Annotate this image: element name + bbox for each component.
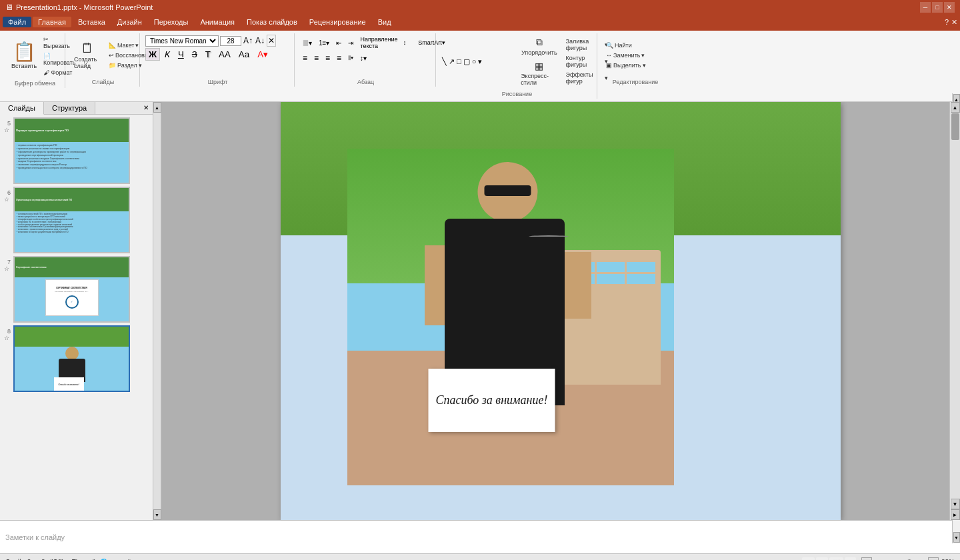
menu-home[interactable]: Главная [33,17,71,27]
decrease-indent-button[interactable]: ⇤ [333,38,344,48]
align-center-button[interactable]: ≡ [311,52,321,64]
increase-indent-button[interactable]: ⇥ [345,38,356,48]
reading-view-button[interactable]: 📖 [829,557,843,560]
numbering-button[interactable]: 1≡▾ [316,38,332,48]
menu-animation[interactable]: Анимация [195,17,240,27]
quick-styles-button[interactable]: ▦ Экспресс-стили [517,59,561,88]
bold-button[interactable]: Ж [145,48,160,61]
quick-styles-icon: ▦ [535,61,543,71]
panel-scroll-down[interactable]: ▼ [153,509,161,520]
slide-photo: Спасибо за внимание! [347,149,674,485]
menu-review[interactable]: Рецензирование [304,17,371,27]
title-bar: 🖥 Presentation1.pptx - Microsoft PowerPo… [0,0,960,15]
slide-thumb-7[interactable]: 7 ☆ Сертификат соответствия СЕРТИФИКАТ С… [3,256,150,323]
case-button[interactable]: Аа [235,48,253,61]
normal-view-button[interactable]: ▣ [802,557,815,560]
zoom-out-button[interactable]: − [861,557,872,560]
clear-format-button[interactable]: ✕ [267,35,276,47]
oval-shape[interactable]: ○ [471,57,477,67]
justify-button[interactable]: ≡ [334,52,344,64]
main-scroll-down[interactable]: ▼ [951,499,960,509]
notes-area[interactable]: Заметки к слайду [0,520,960,553]
paragraph-label: Абзац [296,79,435,85]
photo-sunglasses [485,185,531,196]
panel-scroll-up[interactable]: ▲ [153,102,161,113]
scroll-down-button[interactable]: ▼ [953,532,960,543]
title-bar-controls[interactable]: ─ □ ✕ [920,2,955,13]
strikethrough-button[interactable]: З [189,48,201,61]
photo-person-head [478,162,538,222]
tab-structure[interactable]: Структура [44,102,95,114]
zoom-in-button[interactable]: + [928,557,939,560]
menu-file[interactable]: Файл [3,17,31,27]
minimize-button[interactable]: ─ [920,2,931,13]
underline-button[interactable]: Ч [175,48,187,61]
left-panel: Слайды Структура ✕ 5 ☆ Порядок проведени… [0,102,153,520]
replace-button[interactable]: ↔ Заменить ▾ [603,51,649,60]
menu-transitions[interactable]: Переходы [149,17,194,27]
italic-button[interactable]: К [161,48,173,61]
font-size-input[interactable] [220,36,241,46]
bullets-button[interactable]: ☰▾ [300,38,315,48]
new-slide-button[interactable]: 🗒 Создать слайд [71,39,104,71]
shadow-button[interactable]: Т [202,48,214,61]
drawing-content: ╲ ↗ □ ▢ ○ ▾ ⧉ Упорядочить ▦ [441,35,593,97]
spacing-button[interactable]: АА [215,48,234,61]
find-button[interactable]: 🔍 Найти [603,41,649,50]
main-scroll-track[interactable] [950,113,960,499]
slide-star-6: ☆ [4,196,9,203]
editing-content: 🔍 Найти ↔ Заменить ▾ ▣ Выделить ▾ [603,35,668,85]
paste-button[interactable]: 📋 Вставить [9,41,39,71]
ribbon-group-editing: 🔍 Найти ↔ Заменить ▾ ▣ Выделить ▾ Редакт… [599,33,672,87]
slide-thumb-8[interactable]: 8 ☆ Спасибо за внимание! [3,325,150,392]
slides-label: Слайды [67,79,139,85]
arrange-icon: ⧉ [536,37,543,48]
title-bar-extra: ? ✕ [945,18,957,27]
zoom-control: − + 88% [861,557,955,560]
rect-shape[interactable]: □ [456,57,462,67]
menu-design[interactable]: Дизайн [112,17,147,27]
main-scroll-up[interactable]: ▲ [951,102,960,113]
slide-canvas[interactable]: Спасибо за внимание! [281,102,841,520]
close-button[interactable]: ✕ [944,2,955,13]
grow-font-button[interactable]: A↑ [243,35,253,46]
notes-placeholder: Заметки к слайду [5,533,65,541]
panel-close-button[interactable]: ✕ [139,102,153,114]
text-dir-button[interactable]: Направление текста [357,35,400,51]
menu-insert[interactable]: Вставка [73,17,111,27]
maximize-button[interactable]: □ [932,2,943,13]
slide-thumb-5[interactable]: 5 ☆ Порядок проведения сертификации ПО •… [3,117,150,184]
col-button[interactable]: ⫴▾ [345,53,356,63]
slides-content: 🗒 Создать слайд 📐 Макет ▾ ↩ Восстановить… [71,35,135,85]
new-slide-icon: 🗒 [81,41,94,55]
slide-content-7: Сертификат соответствия СЕРТИФИКАТ СООТВ… [15,257,129,321]
rounded-rect-shape[interactable]: ▢ [463,57,471,67]
panel-scroll-track[interactable] [153,113,161,509]
slide-sorter-button[interactable]: ⊞ [816,557,828,560]
menu-view[interactable]: Вид [373,17,397,27]
slide-image-8: Спасибо за внимание! [13,325,130,392]
title-bar-left: 🖥 Presentation1.pptx - Microsoft PowerPo… [5,3,153,12]
align-right-button[interactable]: ≡ [323,52,333,64]
align-left-button[interactable]: ≡ [300,52,310,64]
arrange-button[interactable]: ⧉ Упорядочить [517,35,561,58]
ribbon-group-drawing: ╲ ↗ □ ▢ ○ ▾ ⧉ Упорядочить ▦ [437,33,597,99]
line-shape[interactable]: ╲ [441,57,447,67]
slideshow-button[interactable]: ▶ [845,557,856,560]
font-color-button[interactable]: А▾ [254,48,271,61]
slide-thumb-6[interactable]: 6 ☆ Организация сертификационных испытан… [3,187,150,253]
line-spacing-button[interactable]: ↕▾ [357,53,369,63]
photo-background: Спасибо за внимание! [347,149,674,485]
font-name-select[interactable]: Times New Roman [145,35,219,47]
align-text-button[interactable] [409,41,414,44]
tab-slides[interactable]: Слайды [0,102,44,115]
main-scroll-right[interactable]: ► [951,509,960,520]
shrink-font-button[interactable]: A↓ [255,35,265,46]
more-shapes[interactable]: ▾ [477,57,483,67]
arrow-shape[interactable]: ↗ [448,57,455,67]
panel-scrollbar[interactable]: ▲ ▼ [153,102,161,520]
slide-sign-paper: Спасибо за внимание! [429,369,555,432]
main-scrollbar[interactable]: ▲ ▼ ► [949,102,960,520]
select-button[interactable]: ▣ Выделить ▾ [603,61,649,70]
menu-slideshow[interactable]: Показ слайдов [241,17,303,27]
